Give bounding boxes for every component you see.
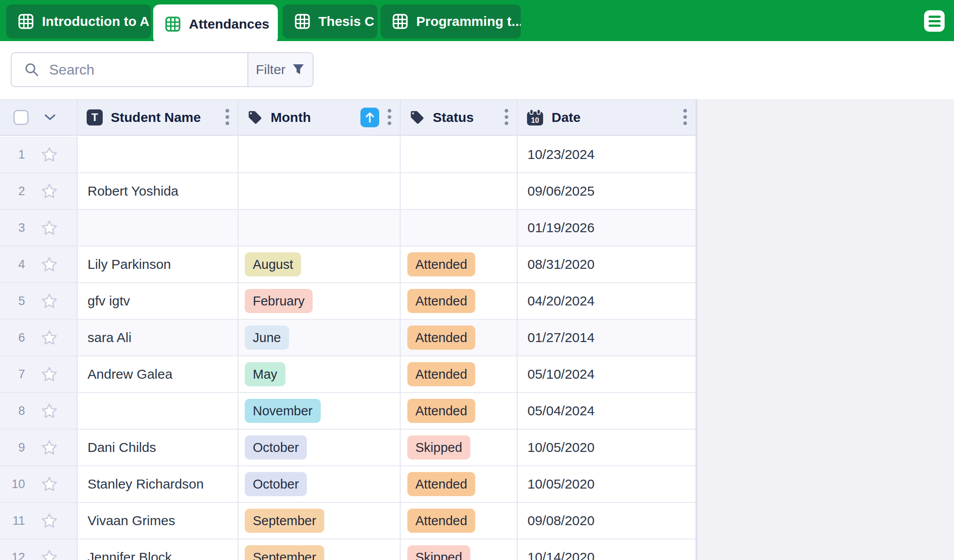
cell-month[interactable]: October bbox=[238, 430, 401, 465]
cell-date[interactable]: 05/10/2024 bbox=[518, 356, 696, 392]
column-menu-button[interactable] bbox=[502, 108, 511, 127]
cell-month[interactable]: August bbox=[238, 247, 401, 282]
cell-date[interactable]: 10/05/2020 bbox=[518, 430, 696, 465]
cell-date[interactable]: 10/14/2020 bbox=[518, 539, 696, 560]
cell-month[interactable]: May bbox=[238, 356, 401, 392]
menu-button[interactable] bbox=[924, 10, 945, 32]
cell-month[interactable] bbox=[238, 137, 401, 172]
cell-student-name[interactable]: sara Ali bbox=[78, 320, 238, 355]
cell-status[interactable]: Attended bbox=[401, 320, 518, 355]
cell-status[interactable] bbox=[401, 210, 518, 246]
cell-status[interactable]: Attended bbox=[401, 356, 518, 392]
favorite-star-button[interactable] bbox=[41, 220, 58, 236]
cell-date[interactable]: 08/31/2020 bbox=[518, 247, 696, 282]
favorite-star-button[interactable] bbox=[41, 256, 58, 273]
date-text: 10/23/2024 bbox=[527, 147, 594, 162]
chevron-down-icon[interactable] bbox=[44, 113, 56, 121]
cell-date[interactable]: 09/06/2025 bbox=[518, 173, 696, 209]
cell-date[interactable]: 01/19/2026 bbox=[518, 210, 696, 246]
table-row: 5gfv igtvFebruaryAttended04/20/2024 bbox=[0, 283, 696, 320]
cell-month[interactable]: June bbox=[238, 320, 401, 355]
cell-month[interactable]: November bbox=[238, 393, 401, 429]
calendar-icon: 10 bbox=[527, 109, 544, 126]
cell-status[interactable]: Attended bbox=[401, 283, 518, 319]
cell-month[interactable]: September bbox=[238, 539, 401, 560]
cell-status[interactable]: Attended bbox=[401, 466, 518, 502]
cell-status[interactable]: Attended bbox=[401, 393, 518, 429]
favorite-star-button[interactable] bbox=[41, 513, 58, 529]
column-header-month[interactable]: Month bbox=[238, 100, 401, 135]
column-menu-button[interactable] bbox=[385, 108, 394, 127]
student-name-text: Jennifer Block bbox=[88, 550, 172, 560]
student-name-text: Stanley Richardson bbox=[88, 476, 204, 492]
student-name-text: Vivaan Grimes bbox=[88, 513, 175, 528]
tab-thesis-c[interactable]: Thesis C bbox=[283, 4, 377, 38]
month-chip: October bbox=[245, 472, 307, 496]
cell-status[interactable] bbox=[401, 137, 518, 172]
kebab-menu-icon bbox=[225, 108, 230, 127]
filter-button[interactable]: Filter bbox=[247, 53, 313, 86]
cell-student-name[interactable]: Stanley Richardson bbox=[78, 466, 238, 502]
status-chip: Attended bbox=[407, 326, 475, 350]
cell-student-name[interactable]: Jennifer Block bbox=[78, 539, 238, 560]
tag-icon bbox=[247, 110, 263, 125]
cell-student-name[interactable]: Andrew Galea bbox=[78, 356, 238, 392]
cell-month[interactable]: October bbox=[238, 466, 401, 502]
star-icon bbox=[41, 476, 58, 493]
cell-student-name[interactable]: Lily Parkinson bbox=[78, 247, 238, 282]
favorite-star-button[interactable] bbox=[41, 146, 58, 163]
column-header-date[interactable]: 10Date bbox=[518, 100, 696, 135]
cell-status[interactable]: Skipped bbox=[401, 430, 518, 465]
cell-month[interactable] bbox=[238, 210, 401, 246]
cell-date[interactable]: 04/20/2024 bbox=[518, 283, 696, 319]
cell-student-name[interactable]: Robert Yoshida bbox=[78, 173, 238, 209]
tab-programming-t[interactable]: Programming t... bbox=[381, 4, 521, 38]
select-all-checkbox[interactable] bbox=[13, 110, 29, 125]
cell-status[interactable]: Attended bbox=[401, 247, 518, 282]
cell-date[interactable]: 05/04/2024 bbox=[518, 393, 696, 429]
cell-student-name[interactable]: Dani Childs bbox=[78, 430, 238, 465]
column-menu-button[interactable] bbox=[680, 108, 690, 127]
favorite-star-button[interactable] bbox=[41, 366, 58, 383]
search-icon bbox=[24, 62, 39, 77]
star-icon bbox=[41, 549, 58, 560]
cell-date[interactable]: 10/05/2020 bbox=[518, 466, 696, 502]
favorite-star-button[interactable] bbox=[41, 549, 58, 560]
favorite-star-button[interactable] bbox=[41, 183, 58, 200]
grid-header: TStudent NameMonthStatus10Date bbox=[0, 99, 696, 136]
favorite-star-button[interactable] bbox=[41, 330, 58, 346]
cell-student-name[interactable] bbox=[78, 137, 238, 172]
date-text: 08/31/2020 bbox=[527, 257, 594, 272]
cell-month[interactable]: February bbox=[238, 283, 401, 319]
column-header-status[interactable]: Status bbox=[401, 100, 518, 135]
cell-student-name[interactable] bbox=[78, 210, 238, 246]
sort-ascending-badge[interactable] bbox=[360, 108, 379, 127]
favorite-star-button[interactable] bbox=[41, 403, 58, 419]
table-row: 110/23/2024 bbox=[0, 137, 696, 173]
cell-date[interactable]: 01/27/2014 bbox=[518, 320, 696, 355]
grid-body: 110/23/20242Robert Yoshida09/06/2025301/… bbox=[0, 137, 696, 560]
table-grid-icon bbox=[18, 13, 34, 29]
cell-date[interactable]: 09/08/2020 bbox=[518, 503, 696, 539]
cell-month[interactable]: September bbox=[238, 503, 401, 539]
column-header-student-name[interactable]: TStudent Name bbox=[78, 100, 238, 135]
favorite-star-button[interactable] bbox=[41, 476, 58, 493]
tab-introduction-to-a[interactable]: Introduction to A bbox=[6, 4, 151, 38]
cell-month[interactable] bbox=[238, 173, 401, 209]
cell-date[interactable]: 10/23/2024 bbox=[518, 137, 696, 172]
cell-status[interactable] bbox=[401, 173, 518, 209]
cell-student-name[interactable]: Vivaan Grimes bbox=[78, 503, 238, 539]
row-number: 5 bbox=[0, 294, 25, 308]
month-chip: October bbox=[245, 435, 307, 460]
column-menu-button[interactable] bbox=[222, 108, 232, 127]
cell-student-name[interactable]: gfv igtv bbox=[78, 283, 238, 319]
search-input[interactable] bbox=[48, 56, 247, 83]
star-icon bbox=[41, 183, 58, 200]
cell-student-name[interactable] bbox=[78, 393, 238, 429]
tab-attendances[interactable]: Attendances bbox=[153, 4, 278, 44]
favorite-star-button[interactable] bbox=[41, 439, 58, 456]
tab-label: Attendances bbox=[189, 17, 269, 32]
cell-status[interactable]: Attended bbox=[401, 503, 518, 539]
favorite-star-button[interactable] bbox=[41, 293, 58, 309]
cell-status[interactable]: Skipped bbox=[401, 539, 518, 560]
